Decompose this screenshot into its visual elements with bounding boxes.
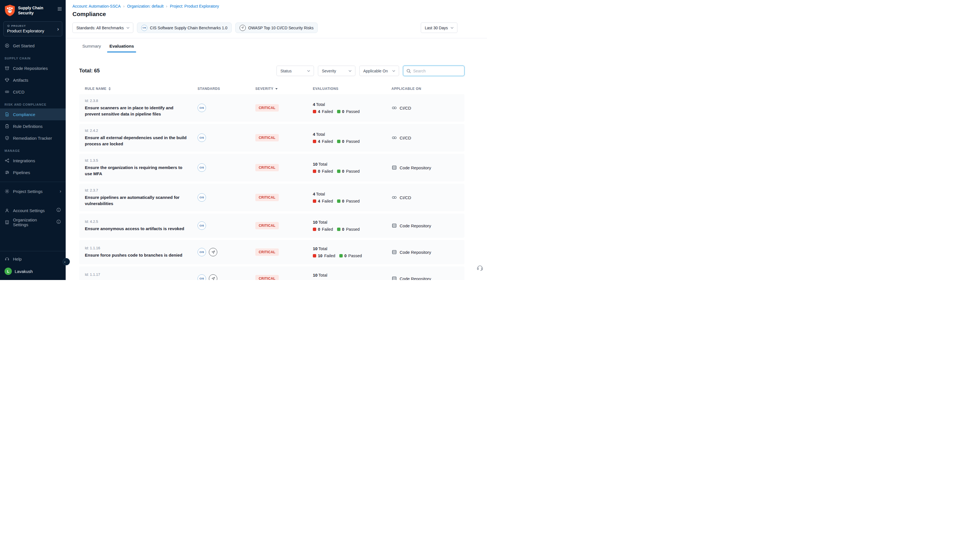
rules-table-body: Id: 2.3.8 Ensure scanners are in place t…: [79, 94, 464, 280]
user-menu[interactable]: L Lavakush: [0, 265, 66, 278]
sidebar-item-artifacts[interactable]: Artifacts: [0, 74, 66, 86]
applicable-on-icon-slot: [392, 135, 397, 140]
sidebar-item-label: Account Settings: [13, 208, 45, 213]
tab-bar: Summary Evaluations: [66, 38, 487, 52]
sidebar-item-compliance[interactable]: Compliance: [0, 108, 66, 120]
rule-name[interactable]: Ensure force pushes code to branches is …: [85, 252, 189, 258]
evaluations-total-count: 4: [313, 132, 315, 137]
sidebar-item-rule-definitions[interactable]: Rule Definitions: [0, 120, 66, 132]
total-count: Total: 65: [79, 68, 100, 74]
column-header-rule-name[interactable]: RULE NAME: [85, 87, 198, 91]
sidebar-item-integrations[interactable]: Integrations: [0, 155, 66, 167]
cicd-icon: [392, 135, 397, 140]
table-row[interactable]: Id: 2.3.7 Ensure pipelines are automatic…: [79, 184, 464, 211]
compliance-icon: [5, 112, 10, 117]
table-row[interactable]: Id: 1.3.5 Ensure the organization is req…: [79, 154, 464, 182]
rule-id: Id: 2.3.7: [85, 188, 198, 192]
sidebar-item-project-settings[interactable]: Project Settings: [0, 185, 66, 197]
applicable-on-label: CI/CD: [400, 135, 411, 140]
applicable-on-filter-dropdown[interactable]: Applicable On: [359, 66, 399, 76]
sidebar-divider: [0, 182, 66, 182]
standards-dropdown[interactable]: Standards: All Benchmarks: [72, 23, 133, 33]
info-icon[interactable]: [56, 207, 61, 213]
help-headset-icon: [5, 256, 10, 262]
rule-id: Id: 1.1.16: [85, 246, 198, 250]
sidebar-item-label: CI/CD: [13, 90, 25, 94]
rule-name[interactable]: Ensure all external dependencies used in…: [85, 135, 189, 147]
severity-filter-dropdown[interactable]: Severity: [318, 66, 355, 76]
applicable-on-cell: CI/CD: [392, 195, 464, 200]
breadcrumb-organization-link[interactable]: Organization: default: [127, 4, 163, 8]
sidebar-item-cicd[interactable]: CI/CD: [0, 86, 66, 98]
app-switcher-icon[interactable]: [57, 5, 62, 12]
total-label: Total: [316, 132, 325, 137]
table-row[interactable]: Id: 2.3.8 Ensure scanners are in place t…: [79, 94, 464, 122]
sort-icon[interactable]: [108, 87, 111, 90]
search-input[interactable]: [413, 69, 461, 73]
chip-label: CIS Software Supply Chain Benchmarks 1.0: [150, 26, 227, 30]
sidebar-item-remediation-tracker[interactable]: Remediation Tracker: [0, 132, 66, 144]
total-label: Total: [319, 162, 327, 167]
support-chat-icon[interactable]: [476, 264, 484, 273]
cis-standard-icon: CIS: [198, 104, 206, 112]
sidebar-item-pipelines[interactable]: Pipelines: [0, 167, 66, 178]
cis-standard-icon: CIS: [198, 193, 206, 202]
project-selector[interactable]: PROJECT Product Exploratory: [3, 22, 62, 36]
code-repository-icon: [392, 276, 397, 280]
page-title: Compliance: [72, 11, 480, 17]
total-label: Total: [316, 192, 325, 196]
evaluations-total-count: 4: [313, 192, 315, 196]
sidebar-item-code-repositories[interactable]: Code Repositories: [0, 62, 66, 74]
failed-count: 10: [318, 253, 322, 258]
sidebar-collapse-handle[interactable]: [63, 258, 70, 265]
rule-name[interactable]: Ensure scanners are in place to identify…: [85, 105, 189, 117]
sort-desc-icon[interactable]: [275, 88, 278, 90]
integrations-icon: [5, 158, 10, 163]
owasp-chip[interactable]: OWASP Top 10 CI/CD Security Risks: [235, 23, 318, 33]
date-range-label: Last 30 Days: [425, 26, 448, 30]
table-row[interactable]: Id: 1.1.17 Ensure branch deletions are d…: [79, 267, 464, 280]
evaluations-cell: 4Total 4 Failed 0 Passed: [313, 192, 392, 203]
evaluations-cell: 10Total 10 Failed 0 Passed: [313, 246, 392, 258]
evaluations-panel: Total: 65 Status Severity Applicable On: [66, 52, 487, 280]
breadcrumb-account-link[interactable]: Account: Automation-SSCA: [72, 4, 121, 8]
table-row[interactable]: Id: 2.4.2 Ensure all external dependenci…: [79, 124, 464, 152]
rule-id: Id: 2.3.8: [85, 98, 198, 103]
standards-filter-bar: Standards: All Benchmarks CIS CIS Softwa…: [66, 17, 487, 38]
failed-count: 4: [318, 139, 320, 144]
rule-name[interactable]: Ensure branch deletions are denied: [85, 278, 189, 280]
standards-cell: CIS: [198, 133, 255, 142]
failed-label: Failed: [322, 109, 333, 114]
breadcrumb-project-link[interactable]: Project: Product Exploratory: [170, 4, 219, 8]
cis-label: CIS: [200, 166, 204, 169]
pipelines-icon: [5, 170, 10, 175]
sidebar-item-label: Get Started: [13, 43, 35, 48]
tab-evaluations[interactable]: Evaluations: [109, 44, 134, 52]
failed-indicator: [313, 228, 316, 231]
search-icon: [406, 69, 411, 73]
sidebar-item-label: Project Settings: [13, 189, 43, 194]
sidebar-item-account-settings[interactable]: Account Settings: [0, 205, 66, 216]
info-icon[interactable]: [56, 219, 61, 225]
applicable-on-icon-slot: [392, 195, 397, 200]
passed-count: 0: [342, 169, 344, 173]
severity-badge: CRITICAL: [255, 104, 279, 112]
sidebar-item-organization-settings[interactable]: Organization Settings: [0, 216, 66, 228]
status-filter-dropdown[interactable]: Status: [277, 66, 314, 76]
column-header-severity[interactable]: SEVERITY: [255, 87, 313, 91]
tab-summary[interactable]: Summary: [82, 44, 102, 52]
rule-name[interactable]: Ensure anonymous access to artifacts is …: [85, 226, 189, 232]
rule-name[interactable]: Ensure pipelines are automatically scann…: [85, 194, 189, 207]
sidebar-item-help[interactable]: Help: [0, 253, 66, 265]
sidebar-nav: Get Started SUPPLY CHAIN Code Repositori…: [0, 37, 66, 228]
applicable-on-cell: Code Repository: [392, 223, 464, 228]
sidebar-item-get-started[interactable]: Get Started: [0, 40, 66, 52]
rule-name[interactable]: Ensure the organization is requiring mem…: [85, 165, 189, 177]
severity-badge: CRITICAL: [255, 222, 279, 229]
code-repository-icon: [392, 223, 397, 228]
table-row[interactable]: Id: 4.2.5 Ensure anonymous access to art…: [79, 213, 464, 238]
date-range-dropdown[interactable]: Last 30 Days: [421, 23, 457, 33]
cis-benchmark-chip[interactable]: CIS CIS Software Supply Chain Benchmarks…: [137, 23, 232, 33]
table-row[interactable]: Id: 1.1.16 Ensure force pushes code to b…: [79, 240, 464, 264]
cis-standard-icon: CIS: [198, 163, 206, 172]
